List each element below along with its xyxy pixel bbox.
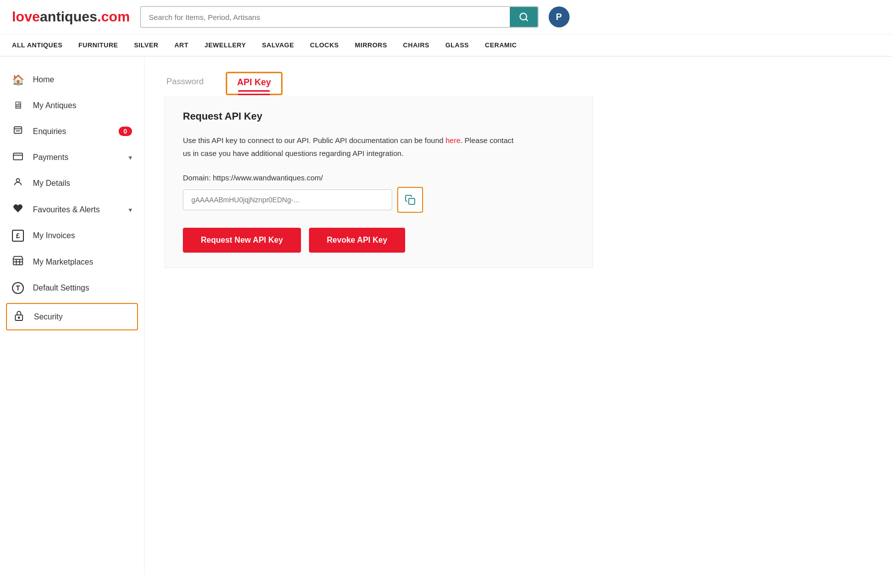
- sidebar-item-payments[interactable]: Payments ▾: [0, 145, 144, 170]
- svg-rect-2: [14, 127, 22, 133]
- search-input[interactable]: [141, 7, 510, 27]
- sidebar-item-favourites[interactable]: Favourites & Alerts ▾: [0, 196, 144, 223]
- logo-antiques: antiques: [40, 9, 97, 24]
- sidebar-item-enquiries[interactable]: Enquiries 0: [0, 118, 144, 145]
- svg-rect-14: [409, 198, 415, 204]
- domain-label: Domain: https://www.wandwantiques.com/: [183, 173, 575, 182]
- api-desc-part1: Use this API key to connect to our API. …: [183, 136, 446, 145]
- sidebar-item-invoices[interactable]: £ My Invoices: [0, 223, 144, 249]
- enquiries-icon: [12, 125, 24, 138]
- copy-api-key-button[interactable]: [397, 187, 423, 213]
- sidebar-label-marketplaces: My Marketplaces: [33, 258, 132, 267]
- tab-api-key[interactable]: API Key: [226, 72, 283, 95]
- copy-icon: [405, 194, 416, 205]
- monitor-icon: 🖥: [12, 100, 24, 111]
- nav-item-art[interactable]: ART: [174, 41, 188, 49]
- sidebar-item-default-settings[interactable]: T Default Settings: [0, 275, 144, 301]
- sidebar-label-invoices: My Invoices: [33, 231, 132, 240]
- nav-item-furniture[interactable]: FURNITURE: [78, 41, 118, 49]
- logo-love: love: [12, 9, 40, 24]
- sidebar-label-security: Security: [34, 312, 131, 321]
- sidebar-label-favourites: Favourites & Alerts: [33, 205, 120, 214]
- sidebar-item-security[interactable]: Security: [6, 303, 138, 330]
- sidebar-label-payments: Payments: [33, 153, 120, 162]
- svg-rect-5: [13, 153, 22, 159]
- main-nav: ALL ANTIQUES FURNITURE SILVER ART JEWELL…: [0, 34, 892, 57]
- invoices-icon: £: [12, 230, 24, 242]
- nav-item-chairs[interactable]: CHAIRS: [403, 41, 430, 49]
- api-key-panel: Request API Key Use this API key to conn…: [164, 96, 593, 268]
- sidebar-label-default-settings: Default Settings: [33, 284, 132, 293]
- svg-line-1: [525, 19, 527, 21]
- default-settings-icon: T: [12, 282, 24, 294]
- api-key-input[interactable]: [183, 189, 392, 210]
- svg-point-7: [16, 178, 20, 182]
- logo[interactable]: loveantiques.com: [12, 9, 130, 25]
- action-buttons: Request New API Key Revoke API Key: [183, 228, 575, 253]
- sidebar-label-my-details: My Details: [33, 179, 132, 188]
- revoke-api-key-button[interactable]: Revoke API Key: [309, 228, 405, 253]
- svg-point-13: [18, 317, 20, 318]
- enquiries-badge: 0: [119, 127, 132, 136]
- content-area: Password API Key Request API Key Use thi…: [145, 57, 892, 575]
- avatar[interactable]: P: [549, 6, 570, 27]
- tab-password[interactable]: Password: [164, 72, 206, 95]
- search-button[interactable]: [510, 7, 538, 27]
- sidebar-label-home: Home: [33, 75, 132, 84]
- person-icon: [12, 177, 24, 189]
- api-description: Use this API key to connect to our API. …: [183, 134, 522, 159]
- sidebar-label-enquiries: Enquiries: [33, 127, 110, 136]
- nav-item-mirrors[interactable]: MIRRORS: [355, 41, 387, 49]
- nav-item-silver[interactable]: SILVER: [134, 41, 158, 49]
- sidebar-label-my-antiques: My Antiques: [33, 101, 132, 110]
- search-icon: [519, 12, 529, 22]
- request-new-api-key-button[interactable]: Request New API Key: [183, 228, 301, 253]
- marketplaces-icon: [12, 256, 24, 268]
- logo-dot: .: [97, 9, 101, 24]
- heart-icon: [12, 203, 24, 216]
- nav-item-all-antiques[interactable]: ALL ANTIQUES: [12, 41, 62, 49]
- payments-icon: [12, 151, 24, 163]
- logo-com: com: [101, 9, 130, 24]
- header: loveantiques.com P: [0, 0, 892, 34]
- main-container: 🏠 Home 🖥 My Antiques Enquiries 0 Payment…: [0, 57, 892, 575]
- nav-item-salvage[interactable]: SALVAGE: [262, 41, 294, 49]
- search-bar: [140, 6, 539, 28]
- sidebar-item-my-antiques[interactable]: 🖥 My Antiques: [0, 93, 144, 118]
- nav-item-glass[interactable]: GLASS: [446, 41, 469, 49]
- nav-item-clocks[interactable]: CLOCKS: [310, 41, 339, 49]
- home-icon: 🏠: [12, 74, 24, 86]
- payments-chevron-icon: ▾: [129, 153, 132, 161]
- favourites-chevron-icon: ▾: [129, 206, 132, 214]
- api-panel-title: Request API Key: [183, 111, 575, 122]
- nav-item-ceramic[interactable]: CERAMIC: [485, 41, 517, 49]
- sidebar-item-home[interactable]: 🏠 Home: [0, 67, 144, 93]
- sidebar-item-my-details[interactable]: My Details: [0, 170, 144, 196]
- lock-icon: [13, 310, 25, 323]
- sidebar-item-marketplaces[interactable]: My Marketplaces: [0, 249, 144, 275]
- api-key-row: [183, 187, 575, 213]
- api-desc-link[interactable]: here: [446, 136, 460, 145]
- security-tabs: Password API Key: [164, 72, 872, 96]
- sidebar: 🏠 Home 🖥 My Antiques Enquiries 0 Payment…: [0, 57, 145, 575]
- nav-item-jewellery[interactable]: JEWELLERY: [204, 41, 246, 49]
